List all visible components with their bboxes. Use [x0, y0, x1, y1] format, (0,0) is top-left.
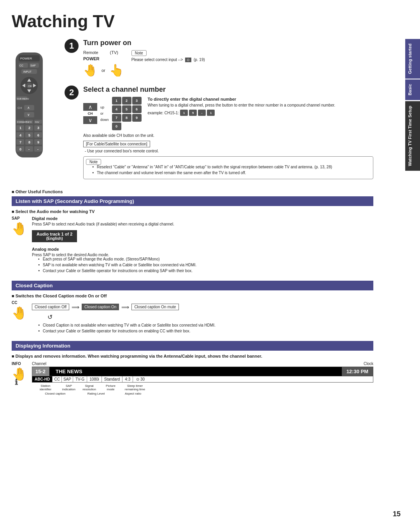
cc-header: Closed Caption: [12, 281, 373, 290]
svg-text:POWER: POWER: [20, 57, 32, 60]
ex-dash: -: [198, 110, 206, 116]
sap-bullet-1: SAP is not available when watching TV wi…: [38, 263, 373, 267]
remote-column: POWER CC SAP INPUT OK: [12, 39, 58, 185]
note-bullet-1: Reselect "Cable" or "Antenna" in "ANT in…: [92, 165, 371, 169]
step1-labels: Remote (TV): [83, 50, 124, 55]
display-content: Channel Clock 15-2 THE NEWS 12:30 PM ABC…: [32, 362, 373, 395]
step1-body: Remote (TV) POWER 🤚 or 👆: [83, 50, 373, 79]
ch-down-btn[interactable]: ∨: [83, 116, 97, 124]
display-desc: ■ Displays and removes information. When…: [12, 354, 373, 358]
page-title: Watching TV: [12, 12, 373, 31]
example-label: example: CH15-1:: [148, 111, 179, 115]
svg-text:FORMAT: FORMAT: [17, 121, 27, 123]
step1-title: Turn power on: [83, 39, 373, 47]
display-header: Displaying Information: [12, 341, 373, 351]
svg-text:7: 7: [19, 140, 21, 144]
ex-1: 1: [180, 110, 188, 116]
cc-content: Closed caption Off ⟹ Closed caption On ⟹…: [32, 301, 373, 335]
audio-track-banner: Audio track 1 of 2 (English): [32, 230, 77, 242]
tag-tvg: TV-G: [73, 376, 87, 382]
cc-hand-icon: 🤚: [12, 306, 27, 320]
num-1[interactable]: 1: [112, 97, 121, 105]
sap-content: Digital mode Press SAP to select next Au…: [32, 216, 373, 274]
tag-timer: ⊙ 30: [133, 376, 148, 382]
tab-watching-tv[interactable]: Watching TV First Time Setup: [405, 101, 420, 171]
sap-section: Listen with SAP (Secondary Audio Program…: [12, 196, 373, 274]
note-page: (p. 19): [194, 58, 205, 62]
svg-text:∨: ∨: [27, 113, 30, 117]
info-hand-icon: 🤚: [12, 367, 27, 381]
svg-text:2: 2: [28, 126, 30, 130]
steps-content: 1 Turn power on Remote (TV) POWER: [65, 39, 373, 185]
page-number: 15: [393, 510, 401, 518]
digital-text: When tuning to a digital channel, press …: [148, 103, 373, 107]
sap-label: SAP: [12, 216, 27, 220]
num-0[interactable]: 0: [112, 122, 121, 130]
svg-text:∧: ∧: [27, 106, 30, 110]
ex-1b: 1: [207, 110, 215, 116]
or-label-1: or: [102, 68, 105, 73]
cc-on-box: Closed caption On: [82, 304, 119, 310]
right-sidebar: Getting started Basic Watching TV First …: [405, 39, 420, 171]
step1-note: Note Please select correct input --> ⊙ (…: [131, 50, 205, 62]
banner-time: 12:30 PM: [342, 367, 373, 376]
ch-up-btn[interactable]: ∧: [83, 103, 97, 111]
page-container: Watching TV POWER CC SAP: [0, 0, 389, 413]
cc-section: Closed Caption ■ Switches the Closed Cap…: [12, 281, 373, 335]
svg-text:8: 8: [28, 140, 30, 144]
num-2[interactable]: 2: [122, 97, 131, 105]
note-box-2: Note Reselect "Cable" or "Antenna" in "A…: [83, 156, 373, 179]
num-8[interactable]: 8: [122, 114, 131, 122]
step2-title: Select a channel number: [83, 86, 373, 94]
svg-text:INFO: INFO: [26, 121, 32, 123]
step1-left: Remote (TV) POWER 🤚 or 👆: [83, 50, 124, 79]
step2-circle: 2: [65, 86, 79, 100]
note-bullet-2: The channel number and volume level rema…: [92, 171, 371, 175]
num-7[interactable]: 7: [112, 114, 121, 122]
num-9[interactable]: 9: [132, 114, 142, 122]
svg-text:3: 3: [37, 126, 39, 130]
num-4[interactable]: 4: [112, 105, 121, 113]
example-row: example: CH15-1: 1 5 - 1: [148, 110, 373, 116]
ch-controls: ∧ CH ∨ up or down: [83, 97, 142, 130]
num-3[interactable]: 3: [132, 97, 142, 105]
tag-cc: CC: [52, 376, 61, 382]
sap-bullet-2: Contact your Cable or Satellite operator…: [38, 269, 373, 273]
tab-basic[interactable]: Basic: [405, 79, 420, 100]
step2-content: Select a channel number ∧ CH ∨: [83, 86, 373, 179]
step1-hands: 🤚 or 👆: [83, 63, 124, 77]
rating-label: Rating Level: [79, 392, 114, 395]
svg-text:CH: CH: [18, 106, 22, 110]
info-hand: INFO 🤚 ℹ: [12, 362, 27, 387]
step2-right: To directly enter the digital channel nu…: [148, 97, 373, 116]
cc-body: CC 🤚 Closed caption Off ⟹ Closed caption…: [12, 301, 373, 335]
ch-updown: ∧ CH ∨: [83, 103, 97, 124]
cc-off-box: Closed caption Off: [32, 304, 69, 310]
cc-arrow-1: ⟹: [72, 304, 79, 310]
num-6[interactable]: 6: [132, 105, 142, 113]
also-available: Also available side CH button on the uni…: [83, 133, 373, 138]
sap-indication-label: SAPindication: [59, 384, 79, 391]
display-body: INFO 🤚 ℹ Channel Clock 15-2 THE NEWS 12:…: [12, 362, 373, 395]
tab-getting-started[interactable]: Getting started: [405, 39, 420, 79]
num-grid: 1 2 3 4 5 6 7 8 9 0: [112, 97, 142, 130]
cc-arrow-2: ⟹: [121, 304, 129, 310]
ch-updown-inner: ∧ CH ∨: [83, 103, 97, 124]
station-label: Stationidentifier: [32, 384, 59, 391]
english-label: (English): [37, 236, 72, 241]
step1-content: Turn power on Remote (TV) POWER 🤚 o: [83, 39, 373, 79]
svg-text:-: -: [37, 147, 38, 151]
svg-text:0: 0: [19, 147, 21, 151]
cc-bullet-2: Contact your Cable or Satellite operator…: [38, 329, 373, 333]
num-5[interactable]: 5: [122, 105, 131, 113]
banner-labels: Channel Clock: [32, 362, 373, 366]
sap-header: Listen with SAP (Secondary Audio Program…: [12, 196, 373, 206]
step1-row: 1 Turn power on Remote (TV) POWER: [65, 39, 373, 79]
sap-hand: SAP 🤚: [12, 216, 27, 236]
channel-label: Channel: [32, 362, 46, 366]
picture-label: Picturemode: [100, 384, 121, 391]
down-label: down: [100, 118, 109, 122]
ex-5: 5: [189, 110, 197, 116]
svg-text:5: 5: [28, 133, 30, 137]
ch-labels: up or down: [100, 105, 109, 122]
